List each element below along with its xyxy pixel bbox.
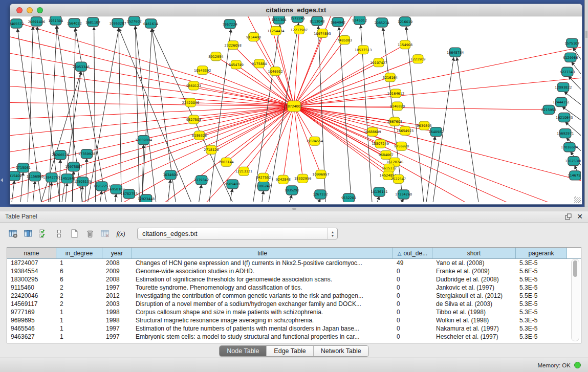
graph-node[interactable]: 12923448	[138, 194, 155, 202]
graph-node[interactable]: 2405572	[10, 19, 24, 28]
graph-node[interactable]: 1564022	[67, 18, 82, 28]
table-row[interactable]: 1938455462009Genome-wide association stu…	[7, 267, 581, 275]
network-canvas[interactable]: 2405572206914061951304156402216811071095…	[10, 16, 581, 202]
graph-node[interactable]: 8113048	[310, 16, 324, 26]
select-column-icon[interactable]	[20, 226, 36, 242]
graph-node[interactable]: 1179342	[194, 176, 209, 185]
table-row[interactable]: 1830029562008Estimation of significance …	[7, 275, 581, 283]
column-header-out_degree[interactable]: △out_de...	[393, 248, 432, 258]
graph-node[interactable]: 14136141	[371, 187, 387, 196]
graph-node[interactable]: 18537513	[355, 46, 372, 54]
column-header-year[interactable]: year	[102, 248, 132, 258]
column-header-in_degree[interactable]: in_degree	[56, 248, 102, 258]
graph-node[interactable]: 1267332	[313, 190, 328, 199]
graph-node[interactable]: 16654923	[397, 126, 413, 135]
graph-node[interactable]: 1681107	[85, 17, 100, 27]
table-row[interactable]: 946554611997Estimation of the future num…	[7, 324, 581, 333]
memory-indicator-icon[interactable]	[574, 362, 581, 368]
table-select-dropdown[interactable]: citations_edges.txt ▲ ▼	[137, 228, 338, 239]
horizontal-splitter[interactable]	[0, 207, 588, 211]
graph-node[interactable]: 9227343	[560, 67, 575, 76]
column-header-short[interactable]: short	[432, 248, 516, 258]
window-resize-grip[interactable]	[574, 196, 581, 203]
graph-node[interactable]: 1715061	[16, 163, 31, 172]
float-panel-icon[interactable]	[565, 213, 572, 220]
column-header-title[interactable]: title	[132, 248, 393, 258]
graph-node[interactable]: 13942757	[43, 173, 60, 182]
graph-node[interactable]: 11675300	[565, 157, 581, 166]
function-builder-icon[interactable]: f(x)	[113, 226, 128, 242]
table-row[interactable]: 946362711997Embryonic stem cells: a mode…	[7, 333, 581, 341]
graph-node[interactable]: 8215953	[541, 105, 556, 114]
graph-node[interactable]: 2803144	[219, 158, 234, 166]
graph-node[interactable]: 12059094	[135, 136, 152, 145]
graph-node[interactable]: 3915401	[10, 171, 22, 181]
graph-node[interactable]: 8454749	[229, 60, 244, 69]
table-settings-icon[interactable]	[5, 226, 20, 242]
create-column-icon[interactable]	[67, 226, 82, 242]
graph-node[interactable]: 1216019	[398, 17, 412, 26]
graph-node[interactable]: 1640982	[429, 127, 444, 137]
graph-node[interactable]: 8186328	[192, 131, 207, 140]
results-panel-splitter[interactable]	[584, 0, 588, 207]
graph-node[interactable]: 18724007	[286, 101, 302, 112]
graph-node[interactable]: 9509408	[225, 180, 240, 189]
graph-node[interactable]: 10975887	[66, 162, 82, 171]
graph-node[interactable]: 12093822	[555, 82, 572, 92]
table-row[interactable]: 911546021997Tourette syndrome. Phenomeno…	[7, 283, 581, 292]
graph-node[interactable]: 9827508	[186, 115, 201, 124]
graph-node[interactable]: 7957224	[223, 19, 237, 29]
graph-node[interactable]: 9242848	[276, 175, 291, 184]
graph-node[interactable]: 1811304	[272, 16, 287, 24]
graph-node[interactable]: 10996957	[312, 170, 329, 179]
graph-node[interactable]: 20691406	[28, 17, 45, 26]
graph-node[interactable]: 1527602	[127, 16, 142, 26]
graph-node[interactable]: 1146753	[568, 171, 581, 180]
graph-node[interactable]: 1046912	[268, 67, 283, 76]
graph-node[interactable]: 12217987	[291, 26, 308, 34]
delete-column-icon[interactable]	[82, 226, 97, 242]
tab-network-table[interactable]: Network Table	[314, 346, 368, 356]
graph-node[interactable]: 1035291	[285, 186, 299, 195]
graph-node[interactable]: 6461614	[143, 19, 158, 28]
graph-node[interactable]: 3216164	[383, 73, 398, 82]
graph-node[interactable]: 2667608	[387, 117, 402, 126]
table-row[interactable]: 1456911722003Disruption of a novel membe…	[7, 300, 581, 308]
table-row[interactable]: 977716911998Corpus callosum shape and si…	[7, 308, 581, 316]
graph-node[interactable]: 12213321	[235, 167, 252, 176]
graph-node[interactable]: 10688609	[364, 127, 381, 136]
graph-node[interactable]: 1575107	[564, 38, 579, 48]
graph-node[interactable]: 10953287	[109, 18, 126, 28]
table-row[interactable]: 2242004622012Investigating the contribut…	[7, 292, 581, 300]
graph-node[interactable]: 11254434	[267, 27, 284, 35]
graph-node[interactable]: 9532201	[341, 193, 356, 202]
panel-collapse-arrow-icon[interactable]	[1, 178, 3, 182]
column-checklist-icon[interactable]	[36, 226, 51, 242]
graph-node[interactable]: 18302956	[294, 174, 311, 183]
graph-node[interactable]: 1034609	[163, 170, 178, 180]
graph-node[interactable]: 9245012	[352, 16, 367, 25]
graph-node[interactable]: 1572245	[290, 16, 305, 23]
graph-node[interactable]: 10974893	[314, 29, 331, 38]
graph-node[interactable]: 12444151	[553, 97, 570, 106]
graph-node[interactable]: 20953346	[73, 62, 90, 71]
table-row[interactable]: 1872400712008Changes of HCN gene express…	[7, 259, 581, 267]
graph-node[interactable]: 1664942	[331, 17, 345, 27]
graph-node[interactable]: 23226058	[225, 41, 242, 50]
graph-node[interactable]: 12505135	[74, 177, 91, 186]
graph-node[interactable]: 10543392	[194, 66, 211, 75]
window-titlebar[interactable]: citations_edges.txt	[10, 4, 582, 16]
graph-node[interactable]: 15692971	[557, 129, 574, 138]
graph-node[interactable]: 9175884	[252, 59, 267, 68]
table-scrollbar[interactable]	[571, 259, 579, 341]
graph-node[interactable]: 1186242	[256, 182, 271, 191]
graph-node[interactable]: 10164612	[387, 89, 404, 98]
tab-node-table[interactable]: Node Table	[220, 346, 267, 356]
column-header-pagerank[interactable]: pagerank	[516, 248, 567, 258]
scrollbar-thumb[interactable]	[573, 260, 577, 277]
graph-node[interactable]: 17016504	[561, 143, 578, 152]
graph-node[interactable]: 17334260	[395, 190, 412, 199]
table-row[interactable]: 969969511998Structural magnetic resonanc…	[7, 316, 581, 324]
graph-node[interactable]: 2718120	[204, 145, 219, 154]
graph-node[interactable]: 9154490	[246, 33, 261, 41]
